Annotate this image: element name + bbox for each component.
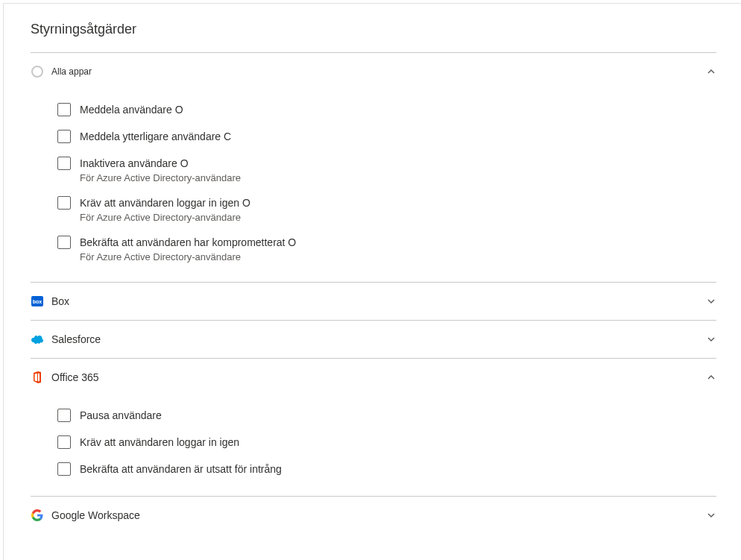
option-notify-additional: Meddela ytterligare användare C [57, 123, 716, 150]
box-app-icon: box [31, 295, 44, 308]
section-google: Google Workspace [31, 497, 716, 534]
section-label-box: Box [51, 295, 706, 307]
option-sublabel: För Azure Active Directory-användare [80, 251, 296, 262]
section-header-office365[interactable]: Office 365 [31, 359, 716, 396]
section-body-office365: Pausa användare Kräv att användaren logg… [31, 396, 716, 496]
option-label: Bekräfta att användaren är utsatt för in… [80, 462, 282, 476]
option-notify-user: Meddela användare O [57, 96, 716, 123]
section-body-all-apps: Meddela användare O Meddela ytterligare … [31, 90, 716, 282]
option-confirm-compromised: Bekräfta att användaren har komprometter… [57, 229, 716, 268]
section-office365: Office 365 Pausa användare Kräv att anvä… [31, 359, 716, 497]
checkbox-require-signin-o365[interactable] [57, 435, 71, 449]
option-label: Meddela användare O [80, 102, 183, 117]
all-apps-icon [31, 65, 44, 78]
section-header-google[interactable]: Google Workspace [31, 497, 716, 534]
chevron-down-icon [706, 296, 716, 306]
chevron-up-icon [706, 372, 716, 383]
chevron-up-icon [706, 66, 716, 77]
option-require-signin-o365: Kräv att användaren loggar in igen [57, 429, 716, 456]
option-require-signin: Kräv att användaren loggar in igen O För… [57, 189, 716, 229]
checkbox-pause-user[interactable] [57, 409, 71, 422]
google-app-icon [31, 509, 44, 522]
option-pause-user: Pausa användare [57, 402, 716, 429]
section-label-all-apps: Alla appar [51, 66, 706, 77]
section-header-all-apps[interactable]: Alla appar [31, 53, 716, 90]
checkbox-suspend-user[interactable] [57, 157, 71, 170]
checkbox-confirm-compromised[interactable] [57, 236, 71, 249]
section-label-google: Google Workspace [51, 509, 706, 521]
checkbox-confirm-breach[interactable] [57, 462, 71, 476]
section-label-office365: Office 365 [51, 371, 706, 383]
chevron-down-icon [706, 334, 716, 345]
checkbox-notify-additional[interactable] [57, 130, 71, 143]
option-sublabel: För Azure Active Directory-användare [80, 172, 241, 183]
page-title: Styrningsåtgärder [31, 22, 716, 37]
option-label: Kräv att användaren loggar in igen [80, 435, 239, 450]
section-box: box Box [31, 283, 716, 321]
option-sublabel: För Azure Active Directory-användare [80, 212, 250, 223]
checkbox-notify-user[interactable] [57, 103, 71, 116]
section-header-salesforce[interactable]: Salesforce [31, 321, 716, 358]
checkbox-require-signin[interactable] [57, 196, 71, 210]
chevron-down-icon [706, 510, 716, 520]
salesforce-app-icon [31, 333, 44, 346]
option-label: Pausa användare [80, 408, 162, 423]
section-salesforce: Salesforce [31, 321, 716, 359]
section-all-apps: Alla appar Meddela användare O Meddela y… [31, 52, 716, 283]
option-confirm-breach: Bekräfta att användaren är utsatt för in… [57, 456, 716, 482]
governance-actions-panel: Styrningsåtgärder Alla appar Meddela anv… [3, 3, 741, 560]
option-label: Meddela ytterligare användare C [80, 129, 231, 144]
section-label-salesforce: Salesforce [51, 333, 706, 345]
option-suspend-user: Inaktivera användare O För Azure Active … [57, 150, 716, 189]
option-label: Inaktivera användare O [80, 156, 241, 171]
office365-app-icon [31, 371, 44, 384]
section-header-box[interactable]: box Box [31, 283, 716, 320]
option-label: Bekräfta att användaren har komprometter… [80, 235, 296, 250]
option-label: Kräv att användaren loggar in igen O [80, 195, 250, 210]
